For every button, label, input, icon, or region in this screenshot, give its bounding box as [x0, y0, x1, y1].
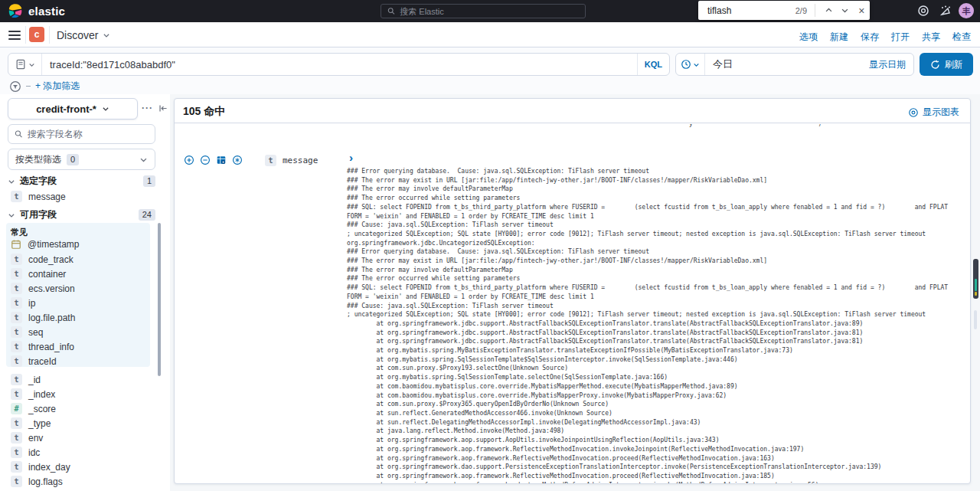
- menu-icon[interactable]: [8, 31, 21, 40]
- filter-by-type-button[interactable]: 按类型筛选 0: [8, 149, 155, 170]
- show-chart-label: 显示图表: [923, 106, 959, 119]
- save-button[interactable]: 保存: [861, 31, 879, 44]
- share-button[interactable]: 共享: [922, 31, 940, 44]
- selected-fields-header[interactable]: 选定字段 1: [8, 175, 155, 188]
- elastic-logo-icon: [8, 3, 23, 18]
- field-type-icon: t: [265, 155, 276, 166]
- help-icon[interactable]: [917, 5, 929, 17]
- elastic-logo[interactable]: elastic: [8, 3, 65, 18]
- filter-by-type-count-badge: 0: [67, 154, 79, 165]
- field-item-timestamp[interactable]: @timestamp: [11, 239, 80, 250]
- newsfeed-icon[interactable]: [939, 5, 952, 17]
- field-item-thread-info[interactable]: tthread_info: [11, 341, 74, 352]
- global-header: elastic tiflash 2/9 × 丰: [0, 0, 980, 22]
- chevron-down-icon: [693, 61, 700, 68]
- saved-query-menu-button[interactable]: [8, 54, 42, 75]
- field-type-icon: t: [11, 341, 22, 352]
- find-match-count: 2/9: [781, 6, 807, 15]
- field-item-index[interactable]: t_index: [11, 388, 55, 400]
- find-next-button[interactable]: [837, 2, 853, 19]
- expand-document-icon[interactable]: ›: [349, 152, 353, 163]
- field-type-icon: t: [11, 374, 22, 385]
- find-query[interactable]: tiflash: [698, 5, 781, 16]
- scrollbar-match-mark: [975, 279, 977, 291]
- field-item-traceid[interactable]: ttraceId: [11, 355, 57, 367]
- filter-exists-icon[interactable]: [232, 155, 243, 165]
- open-button[interactable]: 打开: [891, 31, 910, 44]
- query-language-button[interactable]: KQL: [637, 54, 669, 75]
- available-fields-header[interactable]: 可用字段 24: [8, 208, 155, 221]
- show-dates-button[interactable]: 显示日期: [869, 58, 913, 71]
- find-prev-button[interactable]: [821, 2, 837, 19]
- user-avatar[interactable]: 丰: [959, 3, 974, 18]
- field-item-log-file-path[interactable]: tlog.file.path: [11, 312, 75, 323]
- field-item-ecs-version[interactable]: tecs.version: [11, 283, 75, 294]
- field-item-code-track[interactable]: tcode_track: [11, 254, 74, 265]
- field-item-score[interactable]: #_score: [11, 403, 56, 414]
- chevron-down-icon: [139, 155, 148, 164]
- sidebar-scrollbar[interactable]: [158, 223, 161, 376]
- field-item-message[interactable]: t message: [11, 191, 66, 202]
- sidebar: credit-front-* ··· 按类型筛选 0 选定字段 1 t mess…: [0, 94, 170, 491]
- field-item-index-day[interactable]: tindex_day: [11, 461, 70, 473]
- time-quick-select-button[interactable]: [676, 54, 705, 75]
- brand-text: elastic: [28, 5, 65, 18]
- find-bar-divider: [815, 4, 815, 17]
- available-fields-label: 可用字段: [20, 208, 57, 221]
- date-picker: 今日 显示日期: [675, 53, 914, 76]
- global-search[interactable]: [381, 4, 586, 18]
- refresh-icon: [930, 60, 940, 70]
- field-item-container[interactable]: tcontainer: [11, 268, 66, 280]
- add-filter-button[interactable]: + 添加筛选: [35, 80, 80, 93]
- selected-fields-label: 选定字段: [20, 175, 57, 188]
- field-item-env[interactable]: tenv: [11, 432, 43, 444]
- field-item-seq[interactable]: tseq: [11, 326, 43, 338]
- options-button[interactable]: 选项: [799, 31, 818, 44]
- available-fields-count: 24: [139, 209, 155, 221]
- toggle-column-icon[interactable]: [216, 155, 227, 165]
- bar-separator: [49, 26, 50, 44]
- space-badge[interactable]: c: [29, 27, 44, 42]
- inspect-button[interactable]: 检查: [952, 31, 971, 44]
- show-chart-button[interactable]: 显示图表: [908, 106, 959, 119]
- field-type-icon: t: [11, 254, 22, 265]
- field-type-icon: t: [11, 447, 22, 458]
- field-type-icon: t: [11, 326, 22, 338]
- field-item-id[interactable]: t_id: [11, 374, 41, 385]
- chevron-down-icon: [8, 211, 15, 219]
- new-button[interactable]: 新建: [830, 31, 848, 44]
- index-pattern-options-icon[interactable]: ···: [142, 103, 153, 113]
- index-pattern-select[interactable]: credit-front-*: [8, 98, 138, 119]
- field-type-icon: t: [11, 283, 22, 294]
- log-message-content[interactable]: ### Error querying database. Cause: java…: [347, 167, 961, 484]
- time-range-value[interactable]: 今日: [705, 57, 869, 71]
- search-icon: [387, 7, 395, 15]
- global-search-input[interactable]: [400, 7, 579, 16]
- document-area: y ) t message › ### Error querying datab…: [175, 124, 970, 484]
- field-search[interactable]: [8, 124, 155, 144]
- field-item-log-flags[interactable]: tlog.flags: [11, 476, 63, 487]
- refresh-button[interactable]: 刷新: [920, 53, 973, 76]
- field-item-type[interactable]: t_type: [11, 417, 51, 429]
- find-close-button[interactable]: ×: [854, 2, 870, 19]
- field-item-idc[interactable]: tidc: [11, 447, 40, 458]
- field-search-input[interactable]: [28, 129, 149, 139]
- collapse-sidebar-icon[interactable]: [158, 103, 168, 113]
- scrollbar-match-mark: [975, 292, 977, 296]
- field-type-icon: t: [11, 388, 22, 400]
- field-type-icon: #: [11, 403, 22, 414]
- clipped-previous-line: y ): [689, 124, 822, 129]
- browser-find-bar[interactable]: tiflash 2/9 ×: [698, 1, 870, 20]
- filter-out-icon[interactable]: [200, 155, 211, 165]
- common-fields-label: 常见: [11, 227, 28, 238]
- breadcrumb-app-title[interactable]: Discover: [57, 29, 110, 41]
- filter-for-icon[interactable]: [184, 155, 194, 165]
- search-icon: [15, 129, 23, 139]
- field-item-ip[interactable]: tip: [11, 297, 35, 309]
- main-scrollbar-track[interactable]: [974, 310, 977, 329]
- filter-funnel-icon[interactable]: [9, 80, 21, 93]
- calendar-icon: [11, 239, 21, 250]
- doc-field-name: message: [283, 155, 318, 165]
- query-input[interactable]: [42, 59, 637, 70]
- chevron-down-icon: [8, 178, 15, 185]
